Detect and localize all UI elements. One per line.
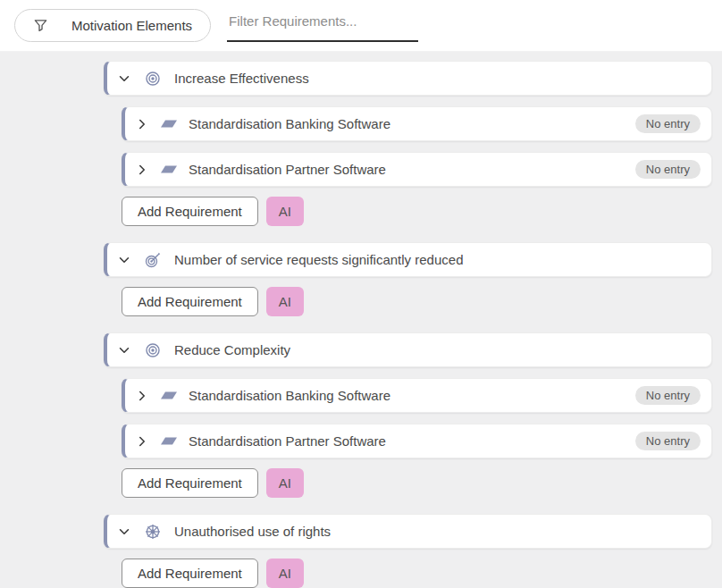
goal-icon	[145, 342, 161, 358]
section-title: Unauthorised use of rights	[174, 524, 331, 539]
chevron-down-icon[interactable]	[117, 525, 131, 539]
chevron-down-icon[interactable]	[117, 71, 131, 86]
requirement-row[interactable]: Standardisation Partner Software No entr…	[122, 424, 712, 458]
section-header[interactable]: Reduce Complexity	[104, 332, 712, 367]
chevron-right-icon[interactable]	[135, 117, 149, 131]
add-requirement-button[interactable]: Add Requirement	[122, 559, 258, 588]
add-row: Add Requirement AI	[122, 468, 722, 498]
funnel-icon	[33, 18, 48, 33]
add-row: Add Requirement AI	[122, 559, 722, 588]
status-badge: No entry	[635, 386, 701, 405]
section-header[interactable]: Unauthorised use of rights	[104, 514, 712, 549]
requirement-label: Standardisation Banking Software	[189, 388, 390, 403]
section-title: Number of service requests significantly…	[174, 252, 463, 267]
requirement-row[interactable]: Standardisation Partner Software No entr…	[122, 152, 712, 187]
motivation-elements-list: Increase Effectiveness Standardisation B…	[0, 52, 722, 588]
ai-button[interactable]: AI	[266, 197, 304, 226]
filter-input-wrap	[227, 10, 418, 42]
ai-button[interactable]: AI	[266, 559, 304, 588]
add-row: Add Requirement AI	[122, 197, 722, 226]
status-badge: No entry	[635, 432, 701, 450]
filter-requirements-input[interactable]	[227, 10, 418, 42]
section-reduce-complexity: Reduce Complexity Standardisation Bankin…	[0, 332, 722, 498]
filter-button-label: Motivation Elements	[71, 18, 192, 33]
section-title: Reduce Complexity	[174, 342, 290, 357]
section-unauthorised-use-of-rights: Unauthorised use of rights Add Requireme…	[0, 514, 722, 588]
status-badge: No entry	[635, 114, 701, 133]
motivation-elements-filter-button[interactable]: Motivation Elements	[14, 9, 211, 42]
goal-icon	[145, 71, 161, 87]
requirement-icon	[161, 389, 177, 402]
requirement-row[interactable]: Standardisation Banking Software No entr…	[122, 106, 712, 141]
add-requirement-button[interactable]: Add Requirement	[122, 468, 258, 498]
outcome-icon	[145, 252, 161, 268]
section-header[interactable]: Increase Effectiveness	[104, 61, 712, 96]
section-increase-effectiveness: Increase Effectiveness Standardisation B…	[0, 61, 722, 226]
chevron-right-icon[interactable]	[135, 163, 149, 177]
ai-button[interactable]: AI	[266, 468, 304, 498]
top-toolbar: Motivation Elements	[0, 0, 722, 52]
requirement-row[interactable]: Standardisation Banking Software No entr…	[122, 378, 712, 413]
requirement-label: Standardisation Partner Software	[189, 162, 386, 177]
requirement-icon	[161, 434, 177, 448]
status-badge: No entry	[635, 160, 701, 179]
chevron-down-icon[interactable]	[117, 343, 131, 357]
ai-button[interactable]: AI	[266, 287, 304, 316]
section-service-requests-reduced: Number of service requests significantly…	[0, 242, 722, 316]
add-requirement-button[interactable]: Add Requirement	[122, 197, 258, 226]
section-title: Increase Effectiveness	[174, 71, 309, 86]
chevron-right-icon[interactable]	[135, 389, 149, 403]
chevron-down-icon[interactable]	[117, 253, 131, 267]
requirement-label: Standardisation Partner Software	[189, 433, 386, 449]
section-header[interactable]: Number of service requests significantly…	[104, 242, 712, 277]
requirement-icon	[161, 117, 177, 130]
add-row: Add Requirement AI	[122, 287, 722, 316]
requirement-label: Standardisation Banking Software	[189, 116, 390, 131]
add-requirement-button[interactable]: Add Requirement	[122, 287, 258, 316]
chevron-right-icon[interactable]	[135, 434, 149, 449]
driver-icon	[145, 524, 161, 540]
requirement-icon	[161, 163, 177, 176]
